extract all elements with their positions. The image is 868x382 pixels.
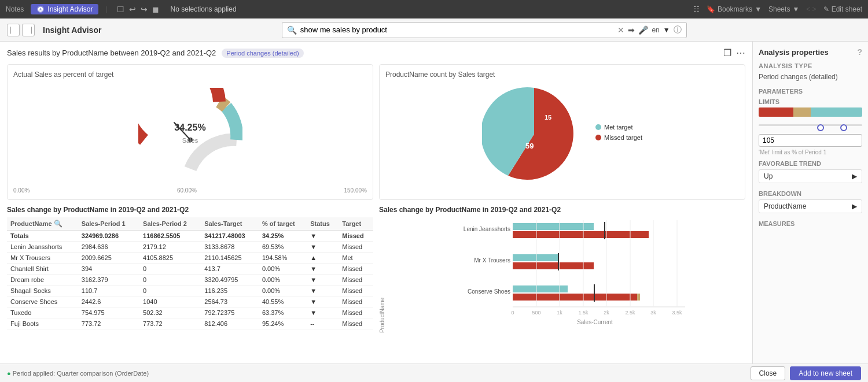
insight-advisor-label: Insight Advisor (47, 5, 93, 13)
donut-labels: 0.00% 60.00% 150.00% (13, 187, 367, 194)
period-badge[interactable]: Period changes (detailed) (222, 49, 303, 58)
cell-product: Chantell Shirt (7, 264, 78, 275)
bottom-bar: ● Period applied: Quarter comparison (Or… (0, 364, 868, 382)
bar-chart-wrapper: ProductName Lenin Jeansshorts Mr X Trous… (379, 217, 745, 333)
expand-icon[interactable]: ❐ (723, 47, 731, 58)
search-arrow-icon[interactable]: ➡ (628, 25, 635, 35)
toolbar-icons: ☐ ↩ ↪ ◼ (117, 5, 159, 14)
period-note-text: Period applied: Quarter comparison (Orde… (13, 370, 149, 377)
app-title: Insight Advisor (43, 25, 101, 35)
undo-icon[interactable]: ↩ (129, 5, 136, 14)
info-icon[interactable]: ⓘ (674, 25, 682, 35)
slider-thumb2[interactable] (840, 124, 847, 131)
svg-text:1k: 1k (557, 310, 562, 316)
cell-sp2: 116862.5505 (139, 231, 201, 242)
bar-chart-svg: Lenin Jeansshorts Mr X Trousers Conserve… (388, 217, 745, 327)
content-header-right: ❐ ⋯ (723, 47, 745, 58)
notes-tab[interactable]: Notes (6, 5, 24, 13)
svg-rect-10 (604, 222, 605, 239)
pie-legend-missed: Missed target (595, 134, 642, 141)
cell-product: Conserve Shoes (7, 296, 78, 307)
breakdown-dropdown[interactable]: ProductName ▶ (759, 199, 862, 213)
second-bar: ⎸ ⎹ Insight Advisor 🔍 ✕ ➡ 🎤 en ▼ ⓘ (0, 18, 868, 42)
pie-legend-met: Met target (595, 124, 642, 131)
analysis-type-label: Analysis type (759, 62, 862, 69)
cell-st: 3320.49795 (201, 275, 259, 285)
more-icon[interactable]: ⋯ (736, 47, 745, 58)
favorable-trend-value: Up (764, 172, 773, 180)
edit-icon: ✎ (823, 5, 829, 13)
cell-st: 2110.145625 (201, 253, 259, 264)
help-icon[interactable]: ? (857, 47, 862, 57)
close-button[interactable]: Close (751, 366, 786, 380)
svg-text:59: 59 (525, 142, 534, 150)
cell-trend: ▼ (307, 296, 339, 307)
sheets-btn[interactable]: Sheets ▼ (768, 5, 799, 13)
lang-chevron-icon: ▼ (663, 26, 670, 34)
svg-rect-12 (513, 262, 594, 269)
cell-st: 2564.73 (201, 296, 259, 307)
cell-sp2: 773.72 (139, 318, 201, 329)
cell-product: Dream robe (7, 275, 78, 285)
parameters-section: Parameters Limits 'Met' limit as % of Pe… (759, 88, 862, 155)
smart-search-icon[interactable]: ◼ (152, 5, 159, 14)
lang-selector[interactable]: en (652, 26, 659, 34)
grid-icon-btn[interactable]: ☷ (693, 5, 700, 13)
edit-sheet-btn[interactable]: ✎ Edit sheet (823, 5, 862, 13)
cell-sp1: 3162.379 (78, 275, 139, 285)
search-icon[interactable]: ☐ (117, 5, 124, 14)
col-sp2: Sales-Period 2 (139, 217, 201, 231)
table1-title: Sales change by ProductName in 2019-Q2 a… (7, 206, 373, 214)
col-pct: % of target (259, 217, 307, 231)
parameters-label: Parameters (759, 88, 862, 95)
breakdown-label: Breakdown (759, 190, 862, 197)
cell-st: 116.235 (201, 285, 259, 296)
content-header: Sales results by ProductName between 201… (7, 47, 745, 58)
redo-icon[interactable]: ↪ (141, 5, 148, 14)
pie-legend: Met target Missed target (595, 124, 642, 144)
cell-sp1: 110.7 (78, 285, 139, 296)
svg-text:3k: 3k (650, 310, 656, 316)
table-row: Tuxedo 754.975 502.32 792.72375 63.37% ▼… (7, 307, 373, 318)
sales-table: ProductName 🔍 Sales-Period 1 Sales-Perio… (7, 217, 373, 329)
period-note: ● Period applied: Quarter comparison (Or… (7, 370, 149, 377)
panel-left-btn[interactable]: ⎸ (7, 24, 20, 36)
clear-icon[interactable]: ✕ (617, 25, 624, 35)
cell-sp1: 754.975 (78, 307, 139, 318)
charts-row: Actual Sales as percent of target (7, 64, 745, 200)
col-search-icon[interactable]: 🔍 (54, 220, 62, 228)
search-input[interactable] (300, 25, 615, 34)
insight-advisor-tab[interactable]: Insight Advisor (31, 4, 98, 14)
favorable-trend-label: Favorable trend (759, 160, 862, 167)
table-row: Lenin Jeansshorts 2984.636 2179.12 3133.… (7, 242, 373, 253)
add-to-sheet-button[interactable]: Add to new sheet (790, 366, 861, 380)
panel-toggle: ⎸ ⎹ (7, 24, 35, 36)
slider-thumb1[interactable] (817, 124, 824, 131)
svg-rect-8 (513, 223, 594, 230)
cell-pct: 194.58% (259, 253, 307, 264)
breakdown-chevron-icon: ▶ (852, 202, 857, 210)
met-limit-input[interactable] (759, 134, 862, 147)
mic-icon[interactable]: 🎤 (638, 25, 648, 35)
table-body: Totals 324969.0286 116862.5505 341217.48… (7, 231, 373, 329)
cell-product: Tuxedo (7, 307, 78, 318)
no-selections-label: No selections applied (171, 5, 237, 13)
bookmarks-btn[interactable]: 🔖 Bookmarks ▼ (707, 5, 762, 13)
cell-product: Totals (7, 231, 78, 242)
svg-text:500: 500 (532, 310, 540, 316)
pie-chart-title: ProductName count by Sales target (385, 71, 739, 79)
svg-rect-17 (594, 284, 595, 302)
col-sp1: Sales-Period 1 (78, 217, 139, 231)
panel-right-btn[interactable]: ⎹ (22, 24, 35, 36)
info-dot: ● (7, 370, 11, 377)
svg-rect-11 (513, 254, 559, 261)
favorable-trend-dropdown[interactable]: Up ▶ (759, 169, 862, 183)
svg-text:2.5k: 2.5k (625, 310, 635, 316)
cell-sp2: 4105.8825 (139, 253, 201, 264)
svg-text:Lenin Jeansshorts: Lenin Jeansshorts (464, 226, 510, 232)
table-row: Shagall Socks 110.7 0 116.235 0.00% ▼ Mi… (7, 285, 373, 296)
cell-sp2: 0 (139, 285, 201, 296)
met-dot (595, 124, 601, 130)
missed-label: Missed target (604, 134, 642, 141)
limits-tan (793, 107, 811, 117)
